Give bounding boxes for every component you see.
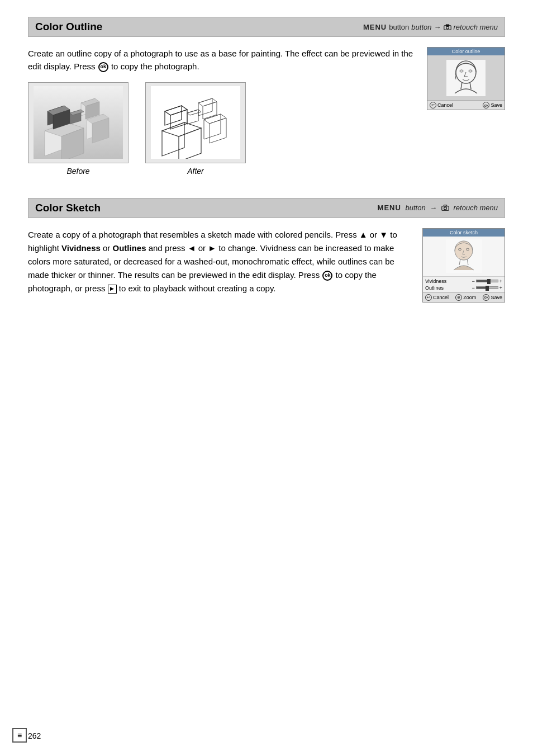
color-sketch-nav: MENU button → retouch menu — [378, 204, 498, 212]
sketch-retouch-camera-icon — [441, 205, 449, 211]
color-outline-description: Create an outline copy of a photograph t… — [28, 47, 416, 73]
save-btn-label: ok Save — [483, 102, 502, 108]
sketch-nav-arrow: → — [430, 204, 439, 212]
color-sketch-description: Create a copy of a photograph that resem… — [28, 228, 411, 295]
color-sketch-header: Color Sketch MENU button → retouch menu — [28, 198, 505, 218]
after-label: After — [187, 167, 204, 176]
retouch-label: retouch menu — [454, 23, 498, 31]
sketch-screen-preview — [423, 237, 505, 277]
sketch-save-icon: ok — [483, 294, 489, 301]
color-sketch-section: Color Sketch MENU button → retouch menu … — [28, 198, 505, 303]
sketch-ok-icon: ok — [322, 271, 332, 281]
color-outline-camera-screen: Color outline — [427, 47, 505, 110]
color-outline-section: Color Outline MENU button button → retou… — [28, 17, 505, 176]
sketch-retouch-label: retouch menu — [451, 204, 498, 212]
outlines-bold: Outlines — [113, 243, 146, 253]
color-outline-body: Create an outline copy of a photograph t… — [28, 47, 505, 176]
before-image-block: Before — [28, 82, 129, 176]
cancel-btn-label: ↩ Cancel — [430, 102, 453, 108]
sketch-screen-buttons: ↩ Cancel ⊕ Zoom ok Save — [423, 292, 505, 302]
after-image-block: After — [145, 82, 246, 176]
color-outline-content: Create an outline copy of a photograph t… — [28, 47, 416, 176]
outlines-track — [476, 286, 498, 289]
before-after-images: Before — [28, 82, 416, 176]
color-outline-header: Color Outline MENU button button → retou… — [28, 17, 505, 37]
vividness-row: Vividness − + — [425, 278, 502, 285]
svg-rect-42 — [444, 205, 447, 206]
sketch-zoom-btn: ⊕ Zoom — [455, 294, 476, 301]
outlines-bar: − + — [472, 285, 502, 291]
cancel-icon: ↩ — [430, 102, 436, 108]
svg-rect-34 — [446, 60, 486, 96]
after-image — [145, 82, 246, 163]
menu-label: MENU — [363, 23, 387, 31]
sketch-save-btn: ok Save — [483, 294, 502, 301]
note-icon: ≡ — [12, 728, 27, 743]
vividness-marker — [487, 279, 491, 284]
color-outline-title: Color Outline — [35, 21, 102, 33]
before-image — [28, 82, 129, 163]
color-sketch-body: Create a copy of a photograph that resem… — [28, 228, 505, 303]
vividness-label: Vividness — [425, 278, 446, 284]
plus-sign: + — [499, 278, 502, 284]
color-outline-nav: MENU button button → retouch menu — [363, 23, 498, 31]
ok-button-icon: ok — [98, 62, 108, 72]
camera-screen-title: Color outline — [427, 48, 505, 55]
color-sketch-camera-screen: Color sketch — [422, 228, 505, 303]
sketch-menu-label: MENU — [378, 204, 401, 212]
blocks-svg — [34, 86, 123, 159]
sketch-screen-title: Color sketch — [423, 229, 505, 237]
vividness-bar: − + — [472, 278, 502, 284]
outlines-plus: + — [499, 285, 502, 291]
svg-point-1 — [446, 26, 449, 29]
outlines-fill — [477, 287, 486, 289]
svg-point-41 — [444, 207, 446, 210]
portrait-outline-svg — [446, 60, 486, 96]
outlines-row: Outlines − + — [425, 285, 502, 291]
outline-svg — [151, 86, 240, 159]
nav-arrow: → — [434, 23, 441, 31]
camera-screen-preview — [427, 55, 505, 100]
save-icon: ok — [483, 102, 489, 108]
vividness-track — [476, 280, 498, 282]
page-number: 262 — [28, 731, 41, 740]
play-icon: ▶ — [108, 285, 117, 294]
sketch-portrait-svg — [446, 239, 482, 273]
retouch-menu-camera-icon — [444, 24, 451, 30]
color-sketch-title: Color Sketch — [35, 202, 101, 214]
sketch-cancel-btn: ↩ Cancel — [425, 294, 449, 301]
minus-sign: − — [472, 278, 474, 284]
before-label: Before — [66, 167, 89, 176]
camera-screen-buttons: ↩ Cancel ok Save — [427, 100, 505, 110]
svg-rect-2 — [446, 24, 449, 25]
button-text: button — [389, 23, 409, 31]
vividness-fill — [477, 280, 488, 282]
outlines-label: Outlines — [425, 285, 444, 291]
sketch-settings: Vividness − + Outlines − — [423, 277, 505, 292]
outlines-minus: − — [472, 285, 474, 291]
sketch-zoom-icon: ⊕ — [455, 294, 462, 301]
sketch-nav-button-text: button — [403, 204, 427, 212]
vividness-bold: Vividness — [61, 243, 101, 253]
sketch-cancel-icon: ↩ — [425, 294, 432, 301]
svg-rect-19 — [151, 86, 240, 159]
outlines-marker — [486, 286, 489, 291]
nav-button-text: button — [411, 23, 431, 31]
